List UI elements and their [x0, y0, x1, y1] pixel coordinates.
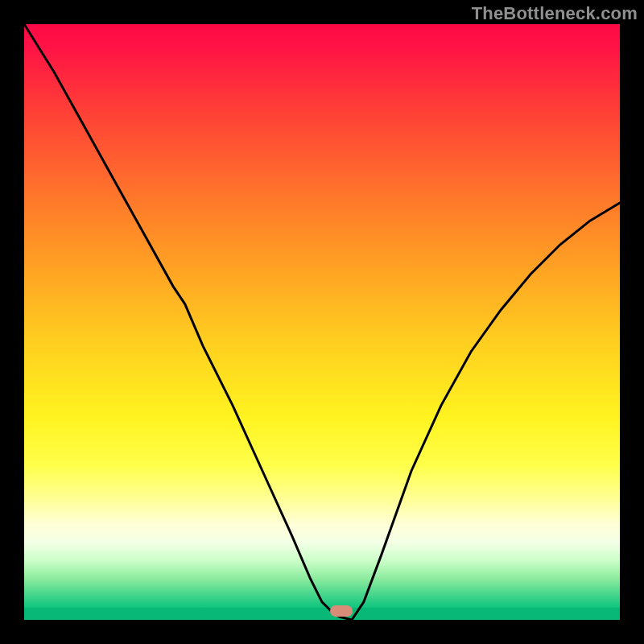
- plot-area: [24, 24, 620, 620]
- watermark-text: TheBottleneck.com: [472, 3, 638, 24]
- chart-frame: TheBottleneck.com: [0, 0, 644, 644]
- bottleneck-curve: [24, 24, 620, 620]
- optimal-point-marker: [330, 605, 353, 617]
